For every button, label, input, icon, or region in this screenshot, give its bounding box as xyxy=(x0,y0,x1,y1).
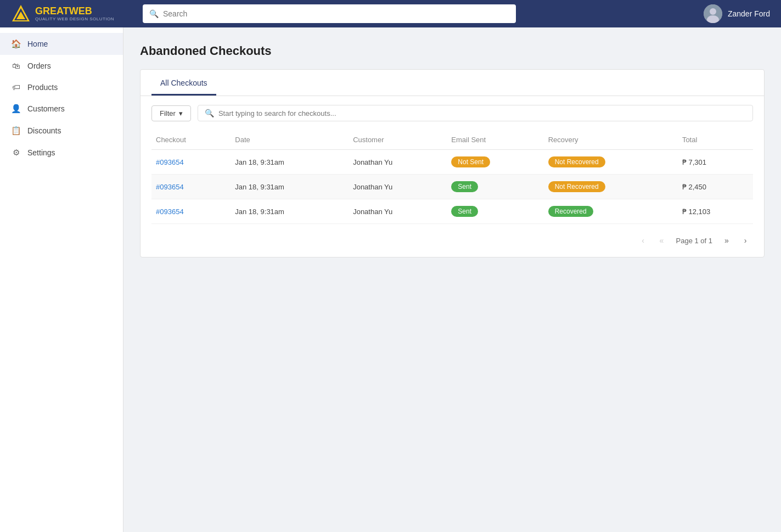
sidebar-item-customers[interactable]: 👤 Customers xyxy=(0,98,123,120)
page-info: Page 1 of 1 xyxy=(673,237,716,245)
cell-recovery: Recovered xyxy=(544,199,678,224)
col-recovery: Recovery xyxy=(544,130,678,150)
cell-total: ₱ 12,103 xyxy=(678,199,753,224)
email-sent-badge: Not Sent xyxy=(451,156,490,167)
logo-icon xyxy=(11,4,31,24)
page-prev-double-button[interactable]: « xyxy=(654,233,670,248)
checkouts-table-container: Checkout Date Customer Email Sent Recove… xyxy=(141,130,764,224)
filter-button[interactable]: Filter ▾ xyxy=(151,105,191,121)
orders-icon: 🛍 xyxy=(11,61,21,70)
cell-total: ₱ 7,301 xyxy=(678,150,753,175)
filter-label: Filter xyxy=(160,109,176,117)
page-first-button[interactable]: ‹ xyxy=(636,233,651,248)
cell-date: Jan 18, 9:31am xyxy=(231,175,349,199)
avatar xyxy=(704,4,722,23)
page-title: Abandoned Checkouts xyxy=(140,44,765,58)
sidebar-item-label: Discounts xyxy=(27,126,61,135)
tab-all-checkouts[interactable]: All Checkouts xyxy=(151,70,216,96)
sidebar-item-label: Settings xyxy=(27,148,55,157)
sidebar-item-label: Products xyxy=(27,83,58,92)
tagline: QUALITY WEB DESIGN SOLUTION xyxy=(35,17,114,22)
cell-date: Jan 18, 9:31am xyxy=(231,199,349,224)
page-next-double-button[interactable]: » xyxy=(719,233,734,248)
table-row: #093654 Jan 18, 9:31am Jonathan Yu Not S… xyxy=(151,150,753,175)
home-icon: 🏠 xyxy=(11,39,21,49)
col-customer: Customer xyxy=(349,130,447,150)
user-area: Zander Ford xyxy=(704,4,770,23)
pagination: ‹ « Page 1 of 1 » › xyxy=(141,224,764,257)
table-body: #093654 Jan 18, 9:31am Jonathan Yu Not S… xyxy=(151,150,753,224)
tabs-bar: All Checkouts xyxy=(141,70,764,96)
cell-checkout: #093654 xyxy=(151,150,231,175)
logo-area: GREATWEB QUALITY WEB DESIGN SOLUTION xyxy=(11,4,132,24)
cell-customer: Jonathan Yu xyxy=(349,175,447,199)
recovery-badge: Not Recovered xyxy=(548,156,605,167)
cell-recovery: Not Recovered xyxy=(544,175,678,199)
cell-checkout: #093654 xyxy=(151,199,231,224)
cell-total: ₱ 2,450 xyxy=(678,175,753,199)
brand-name: GREATWEB xyxy=(35,6,114,17)
table-row: #093654 Jan 18, 9:31am Jonathan Yu Sent … xyxy=(151,199,753,224)
sidebar-item-orders[interactable]: 🛍 Orders xyxy=(0,55,123,76)
sidebar: 🏠 Home 🛍 Orders 🏷 Products 👤 Customers 📋… xyxy=(0,27,123,532)
checkouts-table: Checkout Date Customer Email Sent Recove… xyxy=(151,130,753,224)
logo-text: GREATWEB QUALITY WEB DESIGN SOLUTION xyxy=(35,6,114,22)
topnav: GREATWEB QUALITY WEB DESIGN SOLUTION 🔍 Z… xyxy=(0,0,781,27)
recovery-badge: Recovered xyxy=(548,206,593,217)
chevron-down-icon: ▾ xyxy=(179,109,183,117)
col-checkout: Checkout xyxy=(151,130,231,150)
sidebar-item-home[interactable]: 🏠 Home xyxy=(0,33,123,55)
cell-email-sent: Sent xyxy=(447,175,543,199)
user-name: Zander Ford xyxy=(728,9,770,18)
sidebar-item-products[interactable]: 🏷 Products xyxy=(0,76,123,98)
sidebar-item-settings[interactable]: ⚙ Settings xyxy=(0,142,123,164)
cell-date: Jan 18, 9:31am xyxy=(231,150,349,175)
search-checkouts-icon: 🔍 xyxy=(205,109,214,117)
page-last-button[interactable]: › xyxy=(738,233,753,248)
checkout-search-input[interactable] xyxy=(218,109,746,117)
svg-point-4 xyxy=(710,8,716,15)
sidebar-item-label: Orders xyxy=(27,61,51,70)
cell-customer: Jonathan Yu xyxy=(349,199,447,224)
checkouts-card: All Checkouts Filter ▾ 🔍 Checko xyxy=(140,69,765,257)
cell-email-sent: Not Sent xyxy=(447,150,543,175)
search-icon: 🔍 xyxy=(149,9,159,18)
products-icon: 🏷 xyxy=(11,82,21,92)
checkout-search-bar[interactable]: 🔍 xyxy=(198,105,753,121)
cell-email-sent: Sent xyxy=(447,199,543,224)
cell-checkout: #093654 xyxy=(151,175,231,199)
email-sent-badge: Sent xyxy=(451,181,478,192)
global-search-bar[interactable]: 🔍 xyxy=(143,4,516,23)
email-sent-badge: Sent xyxy=(451,206,478,217)
cell-recovery: Not Recovered xyxy=(544,150,678,175)
recovery-badge: Not Recovered xyxy=(548,181,605,192)
global-search-input[interactable] xyxy=(163,9,509,18)
col-total: Total xyxy=(678,130,753,150)
col-email-sent: Email Sent xyxy=(447,130,543,150)
checkout-link[interactable]: #093654 xyxy=(156,208,184,216)
checkout-link[interactable]: #093654 xyxy=(156,158,184,166)
sidebar-item-label: Customers xyxy=(27,104,65,113)
customers-icon: 👤 xyxy=(11,104,21,114)
cell-customer: Jonathan Yu xyxy=(349,150,447,175)
checkout-link[interactable]: #093654 xyxy=(156,183,184,191)
col-date: Date xyxy=(231,130,349,150)
discounts-icon: 📋 xyxy=(11,126,21,136)
table-header: Checkout Date Customer Email Sent Recove… xyxy=(151,130,753,150)
sidebar-item-label: Home xyxy=(27,40,48,48)
table-row: #093654 Jan 18, 9:31am Jonathan Yu Sent … xyxy=(151,175,753,199)
sidebar-item-discounts[interactable]: 📋 Discounts xyxy=(0,120,123,142)
filter-row: Filter ▾ 🔍 xyxy=(141,96,764,130)
main-content: Abandoned Checkouts All Checkouts Filter… xyxy=(123,27,781,532)
settings-icon: ⚙ xyxy=(11,148,21,158)
layout: 🏠 Home 🛍 Orders 🏷 Products 👤 Customers 📋… xyxy=(0,27,781,532)
